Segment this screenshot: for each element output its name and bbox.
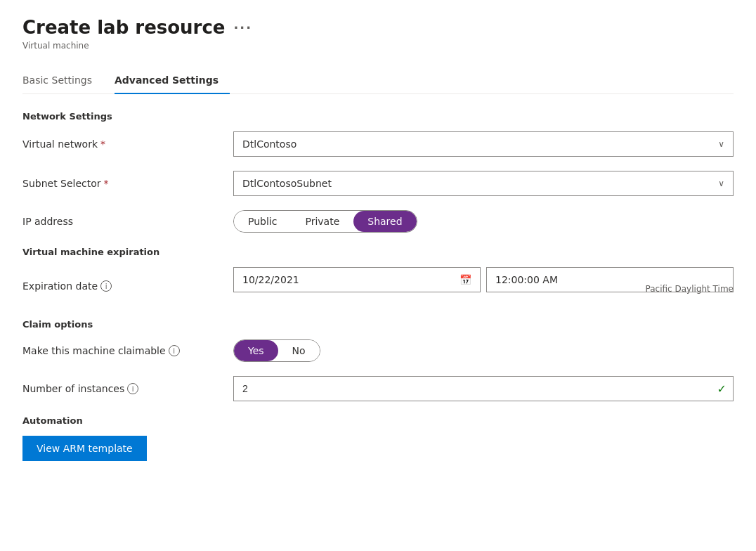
- required-star: *: [100, 138, 105, 150]
- claimable-yes-option[interactable]: Yes: [234, 340, 278, 361]
- virtual-network-row: Virtual network * DtlContoso ∨: [22, 131, 734, 157]
- check-icon: ✓: [717, 382, 726, 396]
- instances-info-icon[interactable]: i: [127, 383, 138, 394]
- claimable-label: Make this machine claimable i: [22, 345, 233, 356]
- ip-public-option[interactable]: Public: [234, 211, 291, 232]
- chevron-down-icon: ∨: [718, 139, 724, 149]
- virtual-network-dropdown[interactable]: DtlContoso ∨: [233, 131, 734, 157]
- ip-address-toggle: Public Private Shared: [233, 210, 417, 233]
- virtual-network-value: DtlContoso: [242, 138, 296, 150]
- expiration-date-row: Expiration date i 10/22/2021 📅 12:00:00 …: [22, 267, 734, 305]
- network-settings-section: Network Settings Virtual network * DtlCo…: [22, 111, 734, 233]
- tab-bar: Basic Settings Advanced Settings: [22, 67, 734, 94]
- virtual-network-label: Virtual network *: [22, 138, 233, 150]
- vm-expiration-section: Virtual machine expiration Expiration da…: [22, 247, 734, 305]
- tab-advanced-settings[interactable]: Advanced Settings: [115, 67, 230, 94]
- instances-row: Number of instances i ✓: [22, 376, 734, 401]
- date-value: 10/22/2021: [242, 274, 460, 285]
- ip-shared-option[interactable]: Shared: [353, 211, 416, 232]
- subnet-selector-dropdown[interactable]: DtlContosoSubnet ∨: [233, 171, 734, 196]
- ip-private-option[interactable]: Private: [291, 211, 353, 232]
- claimable-no-option[interactable]: No: [278, 340, 320, 361]
- view-arm-template-button[interactable]: View ARM template: [22, 436, 147, 461]
- tab-basic-settings[interactable]: Basic Settings: [22, 67, 103, 94]
- instances-input[interactable]: [233, 376, 734, 401]
- claimable-toggle: Yes No: [233, 339, 320, 362]
- claimable-info-icon[interactable]: i: [169, 345, 180, 356]
- more-options-icon[interactable]: ···: [234, 20, 253, 35]
- subnet-selector-label: Subnet Selector *: [22, 178, 233, 189]
- expiration-date-label: Expiration date i: [22, 280, 233, 292]
- expiration-date-info-icon[interactable]: i: [100, 280, 112, 292]
- subnet-selector-row: Subnet Selector * DtlContosoSubnet ∨: [22, 171, 734, 196]
- required-star: *: [104, 178, 109, 189]
- ip-address-label: IP address: [22, 216, 233, 227]
- automation-header: Automation: [22, 415, 734, 426]
- calendar-icon[interactable]: 📅: [460, 274, 471, 285]
- automation-section: Automation View ARM template: [22, 415, 734, 461]
- date-time-container: 10/22/2021 📅 12:00:00 AM Pacific Dayligh…: [233, 267, 734, 305]
- claimable-row: Make this machine claimable i Yes No: [22, 339, 734, 362]
- vm-expiration-header: Virtual machine expiration: [22, 247, 734, 257]
- claim-options-header: Claim options: [22, 319, 734, 330]
- instances-input-wrapper: ✓: [233, 376, 734, 401]
- page-title: Create lab resource ···: [22, 17, 252, 38]
- network-settings-header: Network Settings: [22, 111, 734, 122]
- page-subtitle: Virtual machine: [22, 41, 734, 51]
- time-value: 12:00:00 AM: [495, 274, 558, 285]
- chevron-down-icon: ∨: [718, 179, 724, 188]
- expiration-date-input[interactable]: 10/22/2021 📅: [233, 267, 481, 292]
- ip-address-row: IP address Public Private Shared: [22, 210, 734, 233]
- claim-options-section: Claim options Make this machine claimabl…: [22, 319, 734, 401]
- subnet-selector-value: DtlContosoSubnet: [242, 178, 332, 189]
- instances-label: Number of instances i: [22, 383, 233, 394]
